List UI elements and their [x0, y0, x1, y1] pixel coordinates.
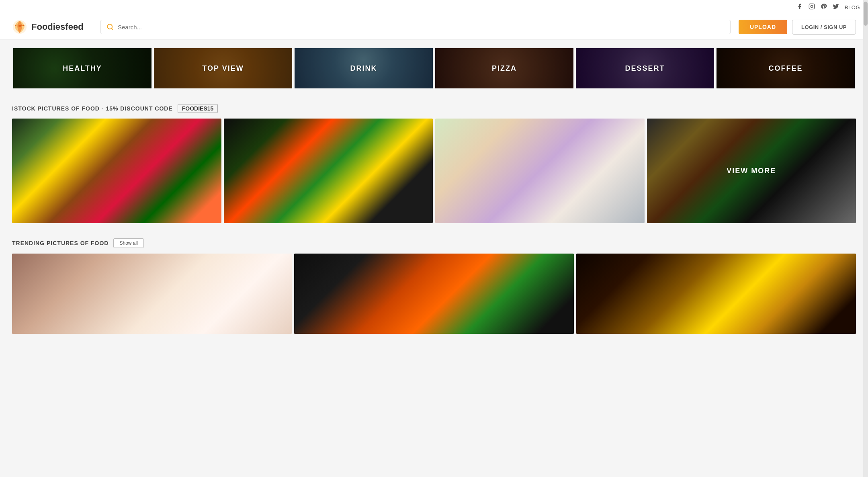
istock-grid: VIEW MORE — [0, 117, 868, 231]
category-card-topview[interactable]: TOP VIEW — [154, 48, 292, 88]
category-card-dessert[interactable]: DESSERT — [576, 48, 714, 88]
search-bar[interactable] — [100, 20, 731, 34]
svg-point-2 — [813, 5, 813, 5]
trending-card-peppers[interactable] — [294, 254, 574, 334]
twitter-icon[interactable] — [833, 3, 839, 11]
istock-section-header: ISTOCK PICTURES OF FOOD - 15% DISCOUNT C… — [0, 97, 868, 117]
header: Foodiesfeed UPLOAD LOGIN / SIGN UP — [0, 14, 868, 40]
category-label-dessert: DESSERT — [625, 64, 665, 73]
svg-rect-0 — [809, 4, 814, 9]
category-card-coffee[interactable]: COFFEE — [717, 48, 855, 88]
top-bar: BLOG — [0, 0, 868, 14]
istock-card-vegetables[interactable] — [12, 119, 221, 223]
category-label-healthy: HEALTHY — [63, 64, 102, 73]
logo-icon — [12, 19, 27, 35]
category-label-pizza: PIZZA — [492, 64, 517, 73]
trending-grid — [0, 252, 868, 342]
svg-point-1 — [811, 5, 813, 7]
trending-card-bg-bokeh — [576, 254, 856, 334]
category-card-drink[interactable]: DRINK — [295, 48, 433, 88]
instagram-icon[interactable] — [809, 3, 815, 11]
trending-card-bokeh[interactable] — [576, 254, 856, 334]
category-label-coffee: COFFEE — [768, 64, 802, 73]
blog-link[interactable]: BLOG — [845, 4, 860, 10]
trending-card-bg-milk-splash — [12, 254, 292, 334]
istock-card-bg-girl — [435, 119, 645, 223]
istock-section-title: ISTOCK PICTURES OF FOOD - 15% DISCOUNT C… — [12, 105, 173, 112]
view-more-text: VIEW MORE — [727, 167, 776, 175]
scrollbar-thumb[interactable] — [864, 2, 868, 26]
discount-code: FOODIES15 — [178, 104, 218, 113]
trending-card-milk-splash[interactable] — [12, 254, 292, 334]
search-icon — [106, 23, 114, 31]
logo-text: Foodiesfeed — [31, 22, 84, 32]
pinterest-icon[interactable] — [821, 3, 827, 11]
show-all-button[interactable]: Show all — [113, 238, 143, 248]
svg-line-6 — [111, 28, 113, 29]
category-label-topview: TOP VIEW — [202, 64, 244, 73]
svg-point-5 — [107, 24, 112, 29]
category-label-drink: DRINK — [350, 64, 377, 73]
istock-card-bg-vegetables — [12, 119, 221, 223]
istock-card-avocado[interactable] — [224, 119, 433, 223]
trending-card-bg-peppers — [294, 254, 574, 334]
category-card-pizza[interactable]: PIZZA — [435, 48, 573, 88]
logo-area[interactable]: Foodiesfeed — [12, 19, 92, 35]
header-buttons: UPLOAD LOGIN / SIGN UP — [739, 20, 856, 35]
svg-point-4 — [18, 25, 21, 27]
category-grid: HEALTHYTOP VIEWDRINKPIZZADESSERTCOFFEE — [0, 40, 868, 97]
login-button[interactable]: LOGIN / SIGN UP — [792, 20, 856, 35]
search-input[interactable] — [118, 24, 725, 31]
istock-card-superfoods[interactable]: VIEW MORE — [647, 119, 856, 223]
istock-card-bg-avocado — [224, 119, 433, 223]
scrollbar[interactable] — [863, 0, 868, 342]
category-card-healthy[interactable]: HEALTHY — [13, 48, 151, 88]
view-more-overlay[interactable]: VIEW MORE — [647, 119, 856, 223]
upload-button[interactable]: UPLOAD — [739, 20, 787, 34]
facebook-icon[interactable] — [796, 3, 803, 11]
istock-card-girl[interactable] — [435, 119, 645, 223]
trending-section-title: TRENDING PICTURES OF FOOD — [12, 240, 108, 246]
trending-section-header: TRENDING PICTURES OF FOOD Show all — [0, 231, 868, 252]
